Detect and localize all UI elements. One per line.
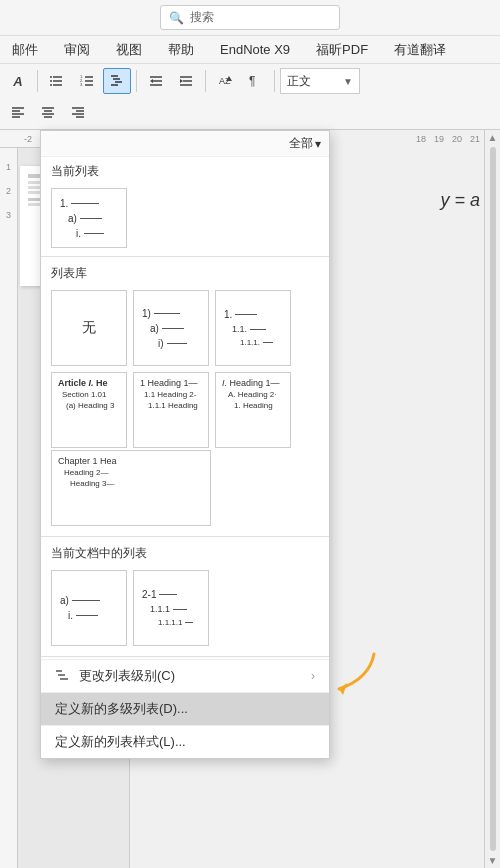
none-label: 无 xyxy=(82,319,96,337)
show-formatting-icon: ¶ xyxy=(247,73,263,89)
list-level-svg-icon xyxy=(55,668,71,682)
define-new-list-style-label: 定义新的列表样式(L)... xyxy=(55,733,186,751)
ll-6: 1.1.1. xyxy=(240,338,273,347)
equation-text: y = a xyxy=(440,190,480,210)
define-new-multilevel-action[interactable]: 定义新的多级列表(D)... xyxy=(41,692,329,725)
divider-1 xyxy=(41,256,329,257)
title-bar: 🔍 搜索 xyxy=(0,0,500,36)
decrease-indent-icon xyxy=(148,73,164,89)
ruler-vertical: 1 2 3 xyxy=(0,148,18,868)
ruler-numbers-right: 18192021 xyxy=(416,130,480,148)
menu-youdao[interactable]: 有道翻译 xyxy=(390,39,450,61)
menu-view[interactable]: 视图 xyxy=(112,39,146,61)
ll-4: 1. xyxy=(224,309,257,320)
current-list-preview[interactable]: 1. a) i. xyxy=(51,188,127,248)
library-title: 列表库 xyxy=(41,259,329,286)
multilevel-list-icon xyxy=(109,73,125,89)
align-left-icon xyxy=(10,104,26,120)
show-formatting-btn[interactable]: ¶ xyxy=(241,68,269,94)
align-right-icon xyxy=(70,104,86,120)
separator-2 xyxy=(136,70,137,92)
search-box[interactable]: 🔍 搜索 xyxy=(160,5,340,30)
all-chevron-icon: ▾ xyxy=(315,137,321,151)
multilevel-list-dropdown: 全部 ▾ 当前列表 1. a) i. 列表库 xyxy=(40,130,330,759)
current-list-grid: 1. a) i. xyxy=(41,184,329,254)
bullet-list-btn[interactable] xyxy=(43,68,71,94)
cdl-2: i. xyxy=(68,610,98,621)
svg-marker-19 xyxy=(150,79,153,83)
svg-marker-42 xyxy=(339,683,347,695)
increase-indent-icon xyxy=(178,73,194,89)
align-center-icon xyxy=(40,104,56,120)
numbered-list-icon: 1. 2. 3. xyxy=(79,73,95,89)
style-chevron-icon: ▼ xyxy=(343,76,353,87)
menu-review[interactable]: 审阅 xyxy=(60,39,94,61)
svg-text:3.: 3. xyxy=(80,82,83,87)
scrollbar[interactable]: ▲ ▼ xyxy=(484,130,500,868)
sort-icon: AZ xyxy=(217,73,233,89)
ll-2: a) xyxy=(150,323,184,334)
list-none-preview[interactable]: 无 xyxy=(51,290,127,366)
toolbar-row-1: A 1. 2. 3. xyxy=(4,66,496,97)
menu-bar: 邮件 审阅 视图 帮助 EndNote X9 福昕PDF 有道翻译 xyxy=(0,36,500,64)
list-outline-numbers-preview[interactable]: 1. 1.1. 1.1.1. xyxy=(215,290,291,366)
menu-endnote[interactable]: EndNote X9 xyxy=(216,40,294,59)
chapter-heading-preview[interactable]: Chapter 1 Hea Heading 2— Heading 3— xyxy=(51,450,211,526)
list-num-alpha-roman-preview[interactable]: 1) a) i) xyxy=(133,290,209,366)
article-section-preview[interactable]: Article I. He Section 1.01 (a) Heading 3 xyxy=(51,372,127,448)
current-doc-lists-title: 当前文档中的列表 xyxy=(41,539,329,566)
current-doc-grid: a) i. 2-1 1.1.1 1.1.1.1 xyxy=(41,566,329,654)
change-level-arrow-icon: › xyxy=(311,669,315,683)
list-library-grid-2: Article I. He Section 1.01 (a) Heading 3… xyxy=(41,372,329,456)
ll-5: 1.1. xyxy=(232,324,266,334)
current-list-title: 当前列表 xyxy=(41,157,329,184)
dropdown-header: 全部 ▾ xyxy=(41,131,329,157)
svg-marker-23 xyxy=(180,79,183,83)
list-line-3: i. xyxy=(76,228,104,239)
align-left-btn[interactable] xyxy=(4,99,32,125)
list-line-2: a) xyxy=(68,213,102,224)
list-level-icon xyxy=(55,668,71,685)
cdl-1: a) xyxy=(60,595,100,606)
list-library-grid-3: Chapter 1 Hea Heading 2— Heading 3— xyxy=(41,450,329,534)
toolbar: A 1. 2. 3. xyxy=(0,64,500,130)
equation-display: y = a xyxy=(440,190,480,211)
current-doc-alpha-preview[interactable]: a) i. xyxy=(51,570,127,646)
cdl-5: 1.1.1.1 xyxy=(158,618,193,627)
sort-btn[interactable]: AZ xyxy=(211,68,239,94)
list-line-1: 1. xyxy=(60,198,99,209)
menu-help[interactable]: 帮助 xyxy=(164,39,198,61)
current-doc-numbered-preview[interactable]: 2-1 1.1.1 1.1.1.1 xyxy=(133,570,209,646)
separator-3 xyxy=(205,70,206,92)
menu-mail[interactable]: 邮件 xyxy=(8,39,42,61)
separator-1 xyxy=(37,70,38,92)
align-center-btn[interactable] xyxy=(34,99,62,125)
divider-3 xyxy=(41,656,329,657)
style-selector[interactable]: 正文 ▼ xyxy=(280,68,360,94)
align-right-btn[interactable] xyxy=(64,99,92,125)
style-label: 正文 xyxy=(287,73,343,90)
change-list-level-label: 更改列表级别(C) xyxy=(79,667,175,685)
menu-foxit[interactable]: 福昕PDF xyxy=(312,39,372,61)
increase-indent-btn[interactable] xyxy=(172,68,200,94)
heading-numbered-preview[interactable]: 1 Heading 1— 1.1 Heading 2- 1.1.1 Headin… xyxy=(133,372,209,448)
define-new-list-style-action[interactable]: 定义新的列表样式(L)... xyxy=(41,725,329,758)
divider-2 xyxy=(41,536,329,537)
font-style-btn[interactable]: A xyxy=(4,68,32,94)
main-area: -2 -1 0 1 2 3 1 2 3 y = a xyxy=(0,130,500,868)
numbered-list-btn[interactable]: 1. 2. 3. xyxy=(73,68,101,94)
toolbar-row-2 xyxy=(4,97,496,128)
roman-heading-preview[interactable]: I. Heading 1— A. Heading 2· 1. Heading xyxy=(215,372,291,448)
all-filter-btn[interactable]: 全部 ▾ xyxy=(289,135,321,152)
svg-point-3 xyxy=(50,76,52,78)
change-list-level-action[interactable]: 更改列表级别(C) › xyxy=(41,659,329,692)
all-label: 全部 xyxy=(289,135,313,152)
define-new-multilevel-label: 定义新的多级列表(D)... xyxy=(55,700,188,718)
decrease-indent-btn[interactable] xyxy=(142,68,170,94)
multilevel-list-btn[interactable] xyxy=(103,68,131,94)
cdl-3: 2-1 xyxy=(142,589,177,600)
search-placeholder: 搜索 xyxy=(190,9,214,26)
svg-point-4 xyxy=(50,80,52,82)
separator-4 xyxy=(274,70,275,92)
svg-point-5 xyxy=(50,84,52,86)
